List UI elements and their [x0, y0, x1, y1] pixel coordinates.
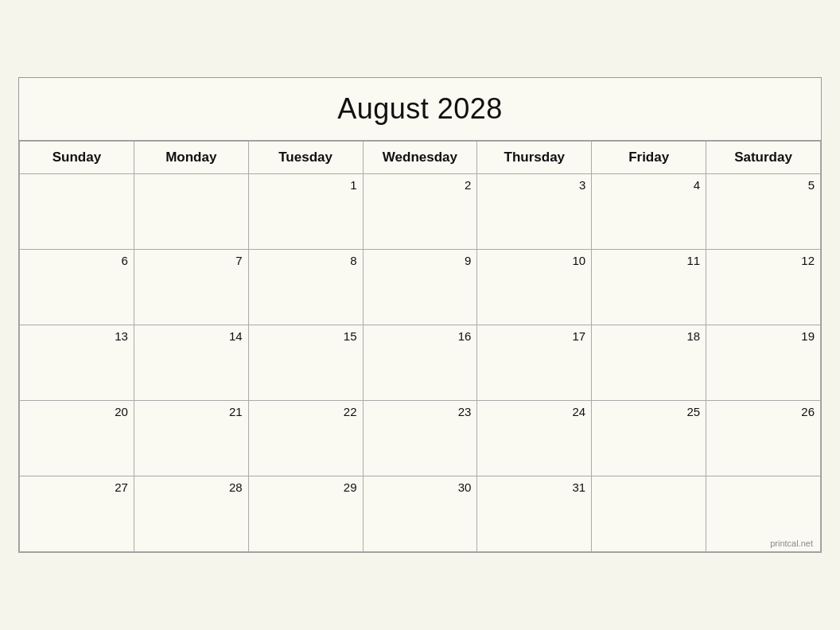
day-number: 4	[594, 178, 700, 192]
calendar-week-row: 6789101112	[20, 250, 821, 325]
day-number: 8	[251, 254, 357, 267]
calendar-cell: 15	[248, 325, 363, 401]
weekday-header-sunday: Sunday	[20, 142, 134, 174]
day-number: 27	[22, 480, 128, 494]
calendar-cell: 2	[363, 174, 477, 250]
calendar-cell: 11	[592, 250, 706, 325]
day-number: 14	[137, 329, 243, 343]
calendar-cell: 1	[248, 174, 363, 250]
day-number: 17	[480, 329, 585, 343]
calendar-cell: 24	[477, 401, 592, 476]
calendar-cell	[592, 476, 706, 552]
calendar-cell: 20	[20, 401, 134, 476]
calendar-cell: 12	[706, 250, 821, 325]
calendar-cell: 26	[706, 401, 821, 476]
weekday-header-thursday: Thursday	[477, 142, 592, 174]
day-number: 6	[22, 254, 128, 267]
day-number: 29	[251, 480, 357, 494]
day-number: 12	[709, 254, 815, 267]
day-number: 23	[366, 405, 472, 418]
weekday-header-wednesday: Wednesday	[363, 142, 477, 174]
calendar-cell: 5	[706, 174, 821, 250]
weekday-header-row: SundayMondayTuesdayWednesdayThursdayFrid…	[20, 142, 821, 174]
calendar-week-row: 12345	[20, 174, 821, 250]
calendar-cell	[134, 174, 248, 250]
day-number: 15	[251, 329, 357, 343]
calendar-table: SundayMondayTuesdayWednesdayThursdayFrid…	[19, 141, 821, 552]
calendar-cell: 17	[477, 325, 592, 401]
calendar-week-row: 13141516171819	[20, 325, 821, 401]
day-number: 10	[480, 254, 585, 267]
weekday-header-monday: Monday	[134, 142, 248, 174]
calendar-cell: 19	[706, 325, 821, 401]
calendar-cell: 31	[477, 476, 592, 552]
calendar-cell: 10	[477, 250, 592, 325]
day-number: 28	[137, 480, 243, 494]
day-number: 25	[594, 405, 700, 418]
weekday-header-friday: Friday	[592, 142, 706, 174]
day-number: 13	[22, 329, 128, 343]
calendar-cell: 29	[248, 476, 363, 552]
day-number: 20	[22, 405, 128, 418]
day-number: 21	[137, 405, 243, 418]
calendar-cell: 21	[134, 401, 248, 476]
calendar-cell	[20, 174, 134, 250]
day-number: 7	[137, 254, 243, 267]
day-number: 19	[709, 329, 815, 343]
calendar-week-row: 20212223242526	[20, 401, 821, 476]
calendar-container: August 2028 SundayMondayTuesdayWednesday…	[18, 77, 822, 553]
day-number: 31	[480, 480, 585, 494]
weekday-header-tuesday: Tuesday	[248, 142, 363, 174]
calendar-cell: 28	[134, 476, 248, 552]
calendar-cell: 7	[134, 250, 248, 325]
day-number: 11	[594, 254, 700, 267]
day-number: 26	[709, 405, 815, 418]
calendar-title: August 2028	[19, 78, 821, 141]
watermark: printcal.net	[770, 539, 813, 548]
calendar-cell: 13	[20, 325, 134, 401]
calendar-cell: 4	[592, 174, 706, 250]
day-number: 2	[366, 178, 472, 192]
day-number: 22	[251, 405, 357, 418]
day-number: 16	[366, 329, 472, 343]
calendar-cell: 27	[20, 476, 134, 552]
calendar-cell: 6	[20, 250, 134, 325]
day-number: 18	[594, 329, 700, 343]
day-number: 30	[366, 480, 472, 494]
day-number: 5	[709, 178, 815, 192]
calendar-cell: 23	[363, 401, 477, 476]
calendar-cell: 9	[363, 250, 477, 325]
calendar-week-row: 2728293031	[20, 476, 821, 552]
day-number: 24	[480, 405, 585, 418]
day-number: 1	[251, 178, 357, 192]
calendar-cell: 3	[477, 174, 592, 250]
calendar-cell: 14	[134, 325, 248, 401]
day-number: 9	[366, 254, 472, 267]
day-number: 3	[480, 178, 585, 192]
calendar-cell: 18	[592, 325, 706, 401]
calendar-cell: 8	[248, 250, 363, 325]
weekday-header-saturday: Saturday	[706, 142, 821, 174]
calendar-cell: 16	[363, 325, 477, 401]
calendar-cell: 30	[363, 476, 477, 552]
calendar-cell: 25	[592, 401, 706, 476]
calendar-cell: 22	[248, 401, 363, 476]
